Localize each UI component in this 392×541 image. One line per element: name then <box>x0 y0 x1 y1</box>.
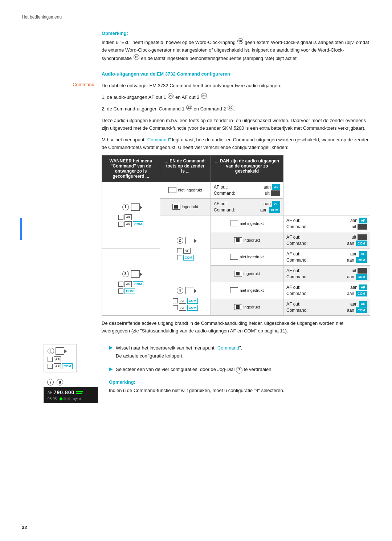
af-out-label-c4: AF out: <box>286 285 349 290</box>
c3-status1: AF out: aan AF Command: aan COM <box>283 249 370 265</box>
c3-af1: AF <box>124 281 132 287</box>
cmd-tag-com2-c4: COM <box>356 307 367 313</box>
cmd-val: uit <box>265 191 270 196</box>
c3-s1-r2: Command: aan COM <box>286 257 367 263</box>
c2-toets1: niet ingedrukt <box>211 215 283 232</box>
c2-com: COM <box>183 255 194 261</box>
btn-pressed-c2 <box>234 237 242 243</box>
af-out-val2-c2: uit <box>352 235 356 240</box>
para1: De dubbele ontvanger EM 3732 Command hee… <box>102 82 370 89</box>
mini-af1: AF <box>54 356 61 362</box>
label-pressed-c1: ingedrukt <box>182 205 198 209</box>
page-number: 32 <box>22 525 27 530</box>
signal-bars <box>76 391 83 394</box>
ref-20: 20 <box>228 105 233 110</box>
af-out-label2-c2: AF out: <box>286 235 350 240</box>
arrow-icon <box>64 349 67 354</box>
display-bottom: 03.03 syn⊕ <box>48 397 94 401</box>
cmd-val2-c2: aan <box>347 241 354 246</box>
note1-title: Opmerking: <box>102 31 370 36</box>
c4-com2: COM <box>187 305 198 311</box>
cmd-label-c4: Command: <box>286 291 346 296</box>
af-out-val-c4: aan <box>350 285 358 290</box>
c3-chk1 <box>118 282 123 287</box>
af-out-label: AF out: <box>214 185 262 190</box>
config2-num: 2 <box>177 237 183 244</box>
display-sub-freq: 03.03 <box>48 397 57 401</box>
ref-7: 7 <box>47 379 54 385</box>
mini-chk2 <box>48 364 53 369</box>
af-tag-on-c3: AF <box>359 251 367 257</box>
c2-s2-r1: AF out: uit <box>286 234 367 240</box>
cmd-val-c2: uit <box>352 224 356 229</box>
table-header-3: ... DAN zijn de audio-uitgangen van de o… <box>211 155 283 182</box>
ref-21: 21 <box>201 93 207 99</box>
af-tag-on-c4: AF <box>359 284 367 290</box>
c1-af2: AF <box>124 221 132 227</box>
cmd-tag-com-c4: COM <box>356 291 367 296</box>
c4-status1: AF out: aan AF Command: aan COM <box>283 282 370 299</box>
c4-com1: COM <box>187 298 198 304</box>
af-out-label2-c3: AF out: <box>286 268 350 273</box>
c1-status2: AF out: aan AF Command: aan COM <box>211 198 283 215</box>
para4: Deze audio-uitgangen kunnen m.b.v. een t… <box>102 117 370 132</box>
table-header-1: WANNEER het menu "Command" van de ontvan… <box>102 155 160 182</box>
header-label: Het bedieningsmenu <box>22 15 370 20</box>
c4-chk1 <box>173 298 178 303</box>
cmd-val2-c4: aan <box>347 308 354 313</box>
c3-s1-r1: AF out: aan AF <box>286 251 367 257</box>
c3-chk2 <box>118 288 123 294</box>
c2-status1: AF out: aan AF Command: uit <box>283 215 370 232</box>
c1-toets2: ingedrukt <box>160 198 211 215</box>
af-tag-on2-c4: AF <box>359 301 367 307</box>
af-out-val2: aan <box>264 201 271 206</box>
bullet2-item: ▶ Selecteer één van de vier configuratie… <box>109 366 363 373</box>
af-tag-off-c3 <box>358 268 367 274</box>
c4-af2: AF <box>179 305 186 311</box>
c2-chk2 <box>177 255 182 260</box>
mini-chk1 <box>48 357 53 362</box>
btn-not-pressed-c4 <box>230 287 238 293</box>
label-not-pressed-c4: niet ingedrukt <box>240 288 264 292</box>
bar1 <box>76 391 83 392</box>
ref-12: 12 <box>134 54 139 60</box>
c3-toets2: ingedrukt <box>211 265 283 282</box>
btn-not-pressed-c2 <box>230 221 238 226</box>
led2 <box>64 397 66 400</box>
display-freq: AF 790.800 <box>48 389 94 395</box>
af-tag-on2: AF <box>272 201 280 207</box>
cmd-tag-com-c2: COM <box>356 241 367 246</box>
af-out-label2-c4: AF out: <box>286 302 349 307</box>
c3-s2-r1: AF out: uit <box>286 268 367 274</box>
cmd-val-c4: aan <box>347 291 354 296</box>
bullet2-arrow: ▶ <box>109 366 113 372</box>
bottom-right: ▶ Wissel naar het invoerbereik van het m… <box>109 344 370 403</box>
main-content: Opmerking: Indien u "Ext." heeft ingeste… <box>102 31 370 77</box>
ref-18: 18 <box>237 38 243 44</box>
cmd-label-c2: Command: <box>286 224 350 229</box>
config-table-wrap: WANNEER het menu "Command" van de ontvan… <box>102 155 370 316</box>
display-sync: syn⊕ <box>73 397 81 401</box>
table-row: 1 AF <box>102 182 370 198</box>
note-block-1: Opmerking: Indien u "Ext." heeft ingeste… <box>102 31 370 62</box>
c4-af1: AF <box>179 298 186 304</box>
btn-pressed-c3 <box>234 271 242 276</box>
mini-af2: AF <box>54 363 61 369</box>
c1-s1-r2: Command: uit <box>214 190 280 196</box>
af-tag-on: AF <box>272 184 280 190</box>
config2-diagram: 2 AF <box>160 215 211 282</box>
c1-toets1: niet ingedrukt <box>160 182 211 198</box>
config3-num: 3 <box>122 271 129 277</box>
c4-s2-r2: Command: aan COM <box>286 307 367 313</box>
af-out-val: aan <box>264 185 271 190</box>
cmd-label2-c3: Command: <box>286 274 346 279</box>
mini-tag-row2: AF COM <box>48 363 73 369</box>
c1-chk1 <box>118 215 123 220</box>
label-not-pressed-c1-1: niet ingedrukt <box>178 188 202 192</box>
cmd-label2-c2: Command: <box>286 241 346 246</box>
note2-text: Indien u de Command-functie niet wilt ge… <box>109 387 363 395</box>
c1-s2-r2: Command: aan COM <box>214 207 280 213</box>
c2-toets2: ingedrukt <box>211 232 283 249</box>
table-row: 3 AF COM <box>102 249 370 265</box>
c4-s1-r2: Command: aan COM <box>286 291 367 296</box>
